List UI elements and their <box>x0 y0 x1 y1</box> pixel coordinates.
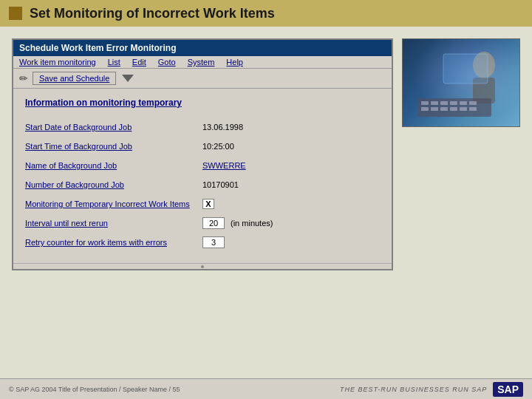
svg-rect-7 <box>460 101 467 105</box>
value-number: 10170901 <box>202 180 239 189</box>
form-row-retry: Retry counter for work items with errors <box>25 235 380 250</box>
svg-rect-14 <box>469 107 477 111</box>
scrollbar-area[interactable] <box>13 263 392 269</box>
toolbar: ✏ Save and Schedule <box>13 69 392 89</box>
menu-goto[interactable]: Goto <box>158 58 176 66</box>
label-retry[interactable]: Retry counter for work items with errors <box>25 238 202 247</box>
dropdown-arrow-icon[interactable] <box>122 75 134 82</box>
footer-copyright: © SAP AG 2004 Title of Presentation / Sp… <box>9 386 180 393</box>
value-monitoring-checkbox[interactable]: X <box>202 199 214 209</box>
label-interval[interactable]: Interval until next rerun <box>25 219 202 228</box>
svg-rect-9 <box>421 107 429 111</box>
menu-bar: Work item monitoring List Edit Goto Syst… <box>13 56 392 69</box>
svg-rect-6 <box>450 101 457 105</box>
form-row-interval: Interval until next rerun (in minutes) <box>25 216 380 231</box>
form-row-start-time: Start Time of Background Job 10:25:00 <box>25 139 380 154</box>
header-bar: Set Monitoring of Incorrect Work Items <box>0 0 532 27</box>
label-name[interactable]: Name of Background Job <box>25 161 202 170</box>
footer: © SAP AG 2004 Title of Presentation / Sp… <box>0 378 532 399</box>
page-title: Set Monitoring of Incorrect Work Items <box>30 6 275 21</box>
form-row-monitoring: Monitoring of Temporary Incorrect Work I… <box>25 197 380 211</box>
window-titlebar: Schedule Work Item Error Monitoring <box>13 40 392 56</box>
window-title: Schedule Work Item Error Monitoring <box>19 43 176 53</box>
form-row-start-date: Start Date of Background Job 13.06.1998 <box>25 120 380 134</box>
menu-edit[interactable]: Edit <box>132 58 146 66</box>
label-monitoring[interactable]: Monitoring of Temporary Incorrect Work I… <box>25 200 202 208</box>
sap-window: Schedule Work Item Error Monitoring Work… <box>12 38 393 270</box>
menu-system[interactable]: System <box>188 58 215 66</box>
value-start-time: 10:25:00 <box>202 142 234 151</box>
input-interval[interactable] <box>202 217 225 229</box>
form-row-name: Name of Background Job SWWERRE <box>25 158 380 173</box>
svg-rect-5 <box>440 101 448 105</box>
menu-work-item-monitoring[interactable]: Work item monitoring <box>19 58 96 66</box>
input-retry[interactable] <box>202 236 225 248</box>
svg-rect-4 <box>431 101 438 105</box>
svg-rect-3 <box>421 101 429 105</box>
pencil-icon: ✏ <box>19 72 28 84</box>
svg-rect-15 <box>443 54 488 83</box>
photo-thumbnail <box>402 38 520 127</box>
menu-list[interactable]: List <box>108 58 120 66</box>
section-title[interactable]: Information on monitoring temporary <box>25 98 380 108</box>
svg-rect-8 <box>469 101 477 105</box>
save-schedule-button[interactable]: Save and Schedule <box>33 72 116 85</box>
label-number[interactable]: Number of Background Job <box>25 180 202 189</box>
svg-rect-12 <box>450 107 457 111</box>
photo-svg <box>403 39 520 127</box>
value-name[interactable]: SWWERRE <box>202 161 246 170</box>
sap-logo: SAP <box>493 382 523 397</box>
label-start-date[interactable]: Start Date of Background Job <box>25 123 202 132</box>
scroll-indicator <box>201 265 204 268</box>
svg-rect-10 <box>431 107 438 111</box>
svg-rect-11 <box>440 107 448 111</box>
header-icon <box>9 7 22 20</box>
value-start-date: 13.06.1998 <box>202 123 243 132</box>
menu-help[interactable]: Help <box>226 58 243 66</box>
form-row-number: Number of Background Job 10170901 <box>25 177 380 192</box>
in-minutes-label: (in minutes) <box>231 219 273 228</box>
footer-slogan: THE BEST-RUN BUSINESSES RUN SAP <box>340 386 487 393</box>
sap-logo-text: SAP <box>493 382 523 397</box>
form-content: Information on monitoring temporary Star… <box>13 89 392 263</box>
svg-rect-13 <box>460 107 467 111</box>
label-start-time[interactable]: Start Time of Background Job <box>25 142 202 151</box>
